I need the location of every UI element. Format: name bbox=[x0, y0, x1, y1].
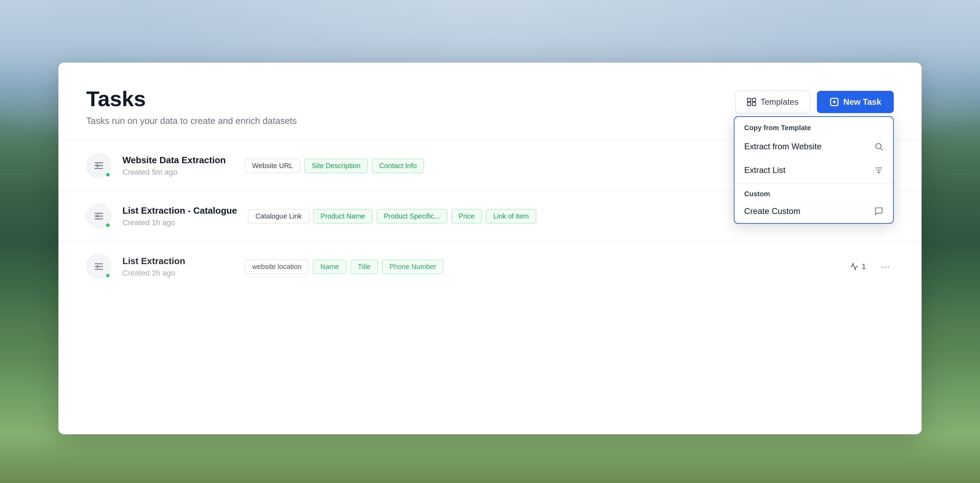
page-title: Tasks bbox=[86, 87, 297, 111]
table-row: List Extraction Created 2h ago website l… bbox=[59, 241, 921, 292]
page-subtitle: Tasks run on your data to create and enr… bbox=[86, 116, 297, 126]
tag-product-name: Product Name bbox=[313, 209, 372, 223]
svg-point-7 bbox=[876, 143, 881, 148]
task-info-2: List Extraction - Catalogue Created 1h a… bbox=[123, 205, 237, 227]
more-dots-icon: ··· bbox=[881, 261, 890, 272]
task-tags-3: website location Name Title Phone Number bbox=[245, 260, 839, 274]
task-metric-3: 1 bbox=[850, 262, 866, 271]
task-name-1: Website Data Extraction bbox=[123, 155, 234, 166]
task-info-1: Website Data Extraction Created 5m ago bbox=[123, 155, 234, 177]
custom-section-label: Custom bbox=[735, 185, 893, 199]
templates-button[interactable]: Templates bbox=[735, 91, 810, 113]
status-dot-active bbox=[105, 273, 110, 278]
plus-square-icon bbox=[829, 97, 839, 107]
header-right: Templates New Task Copy from Template Ex… bbox=[735, 91, 894, 113]
templates-icon bbox=[747, 97, 756, 107]
tag-site-description: Site Description bbox=[304, 159, 368, 173]
task-created-2: Created 1h ago bbox=[123, 218, 237, 227]
task-name-3: List Extraction bbox=[123, 256, 234, 266]
task-icon-2 bbox=[86, 204, 111, 229]
svg-rect-3 bbox=[752, 102, 755, 105]
tag-name: Name bbox=[313, 260, 346, 274]
svg-rect-1 bbox=[752, 99, 755, 102]
new-task-button[interactable]: New Task bbox=[817, 91, 894, 113]
create-custom-item[interactable]: Create Custom bbox=[735, 199, 893, 223]
list-icon bbox=[93, 210, 104, 222]
more-options-button-3[interactable]: ··· bbox=[877, 258, 894, 275]
tag-product-specific: Product Specific... bbox=[377, 209, 447, 223]
message-square-icon bbox=[874, 207, 883, 216]
tag-phone-number: Phone Number bbox=[382, 260, 444, 274]
status-dot-active bbox=[105, 172, 110, 177]
tag-website-location: website location bbox=[245, 260, 309, 274]
task-created-3: Created 2h ago bbox=[123, 269, 234, 278]
extract-from-website-item[interactable]: Extract from Website bbox=[735, 135, 893, 158]
header-left: Tasks Tasks run on your data to create a… bbox=[86, 87, 297, 126]
task-created-1: Created 5m ago bbox=[123, 168, 234, 177]
task-icon-1 bbox=[86, 153, 111, 178]
copy-from-template-label: Copy from Template bbox=[735, 117, 893, 135]
tag-link-of-item: Link of item bbox=[486, 209, 536, 223]
dropdown-divider bbox=[735, 183, 893, 184]
list-filter-icon bbox=[874, 166, 883, 175]
task-name-2: List Extraction - Catalogue bbox=[123, 205, 237, 216]
list-icon bbox=[93, 261, 104, 272]
tag-price: Price bbox=[452, 209, 482, 223]
task-icon-3 bbox=[86, 254, 111, 279]
card-header: Tasks Tasks run on your data to create a… bbox=[59, 63, 921, 140]
search-icon bbox=[874, 142, 883, 151]
tag-contact-info: Contact Info bbox=[372, 159, 424, 173]
tag-title: Title bbox=[350, 260, 378, 274]
dropdown-menu: Copy from Template Extract from Website … bbox=[734, 116, 894, 224]
extract-list-item[interactable]: Extract List bbox=[735, 158, 893, 182]
task-metric-value-3: 1 bbox=[862, 262, 866, 271]
list-icon bbox=[93, 160, 104, 171]
tag-catalogue-link: Catalogue Link bbox=[248, 209, 309, 223]
status-dot-active bbox=[105, 223, 110, 228]
task-info-3: List Extraction Created 2h ago bbox=[123, 256, 234, 278]
main-card: Tasks Tasks run on your data to create a… bbox=[59, 63, 921, 434]
svg-line-8 bbox=[881, 148, 883, 150]
svg-rect-0 bbox=[747, 99, 751, 102]
tag-website-url: Website URL bbox=[245, 159, 300, 173]
svg-rect-2 bbox=[747, 102, 751, 105]
activity-icon bbox=[850, 262, 858, 271]
